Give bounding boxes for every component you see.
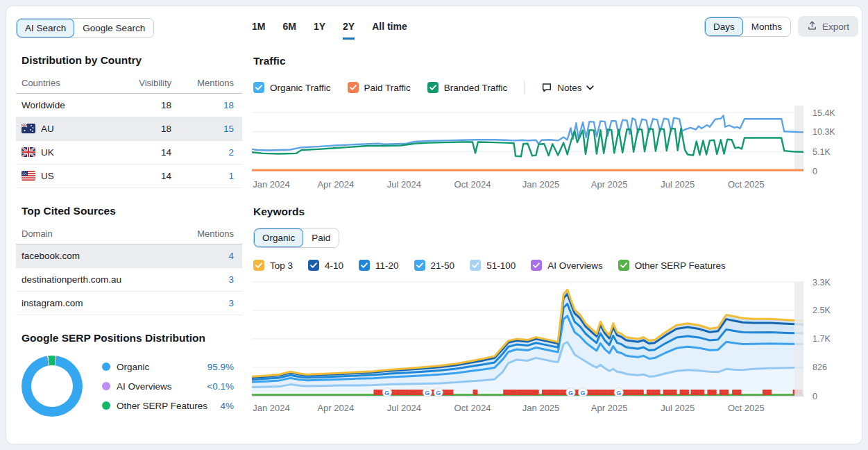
filter-branded-traffic[interactable]: Branded Traffic <box>427 82 507 93</box>
svg-text:826: 826 <box>812 362 827 372</box>
period-tab-1m[interactable]: 1M <box>252 21 265 40</box>
country-row-uk[interactable]: UK142 <box>16 141 242 165</box>
checkbox-checked-icon[interactable] <box>308 260 319 271</box>
svg-text:Apr 2025: Apr 2025 <box>591 179 628 190</box>
legend-value: <0.1% <box>207 381 234 392</box>
filter-51-100[interactable]: 51-100 <box>470 260 516 271</box>
country-label: Worldwide <box>16 94 123 117</box>
svg-text:Jan 2024: Jan 2024 <box>253 179 290 190</box>
search-source-toggle: AI SearchGoogle Search <box>16 18 154 38</box>
svg-text:Apr 2024: Apr 2024 <box>317 179 354 190</box>
period-tab-6m[interactable]: 6M <box>282 21 296 40</box>
checkbox-checked-icon[interactable] <box>427 82 439 93</box>
legend-label: AI Overviews <box>117 381 172 392</box>
svg-text:G: G <box>384 390 389 397</box>
checkbox-checked-icon[interactable] <box>253 82 264 93</box>
uk-flag-icon <box>22 147 35 157</box>
au-flag-icon <box>22 124 35 133</box>
col-countries: Countries <box>16 74 123 94</box>
dashboard-card: AI SearchGoogle Search Distribution by C… <box>6 6 862 444</box>
mentions-link[interactable]: 3 <box>180 292 242 315</box>
country-row-us[interactable]: US141 <box>16 165 242 188</box>
col-mentions: Mentions <box>180 74 242 94</box>
filter-label: 4-10 <box>325 260 343 271</box>
granularity-option-months[interactable]: Months <box>743 17 790 36</box>
svg-text:Jan 2025: Jan 2025 <box>522 179 560 190</box>
svg-text:Jan 2024: Jan 2024 <box>253 403 290 413</box>
svg-text:5.1K: 5.1K <box>812 147 831 157</box>
serp-legend-item-ai-overviews: AI Overviews<0.1% <box>102 376 234 396</box>
svg-text:Jul 2025: Jul 2025 <box>661 403 695 413</box>
checkbox-checked-icon[interactable] <box>414 260 425 271</box>
traffic-chart[interactable]: 15.4K10.3K5.1K0Jan 2024Apr 2024Jul 2024O… <box>252 101 858 194</box>
mentions-link[interactable]: 4 <box>180 244 242 268</box>
source-row-instagram-com[interactable]: instagram.com3 <box>16 292 242 315</box>
svg-text:G: G <box>580 390 585 397</box>
svg-text:15.4K: 15.4K <box>812 108 835 118</box>
us-flag-icon <box>22 171 35 181</box>
source-row-facebook-com[interactable]: facebook.com4 <box>16 244 242 268</box>
filter-21-50[interactable]: 21-50 <box>414 260 455 271</box>
checkbox-checked-icon[interactable] <box>531 260 542 271</box>
period-tab-1y[interactable]: 1Y <box>314 21 325 40</box>
filter-other-serp-features[interactable]: Other SERP Features <box>618 260 726 271</box>
source-option-ai-search[interactable]: AI Search <box>17 19 74 38</box>
svg-text:Oct 2025: Oct 2025 <box>728 179 765 190</box>
svg-text:Apr 2024: Apr 2024 <box>317 403 354 413</box>
mentions-link[interactable]: 1 <box>180 165 242 188</box>
checkbox-checked-icon[interactable] <box>359 260 370 271</box>
filter-11-20[interactable]: 11-20 <box>359 260 399 271</box>
keywords-filters: Top 34-1011-2021-5051-100AI OverviewsOth… <box>253 260 858 271</box>
serp-distribution-donut-chart[interactable] <box>22 356 83 417</box>
export-button[interactable]: Export <box>798 16 858 37</box>
checkbox-checked-icon[interactable] <box>618 260 629 271</box>
notes-dropdown[interactable]: Notes <box>541 82 594 93</box>
filter-4-10[interactable]: 4-10 <box>308 260 343 271</box>
filter-label: 21-50 <box>431 260 455 271</box>
col-domain: Domain <box>16 224 180 244</box>
granularity-toggle: DaysMonths <box>704 17 791 37</box>
period-tab-2y[interactable]: 2Y <box>343 21 355 40</box>
country-row-worldwide[interactable]: Worldwide1818 <box>16 94 242 117</box>
svg-text:2.5K: 2.5K <box>812 306 831 315</box>
mentions-link[interactable]: 15 <box>180 117 242 141</box>
mentions-link[interactable]: 18 <box>180 94 242 117</box>
legend-dot-icon <box>102 401 110 410</box>
country-distribution-title: Distribution by Country <box>22 54 234 67</box>
svg-text:1.7K: 1.7K <box>812 334 831 344</box>
col-mentions: Mentions <box>180 224 242 244</box>
serp-distribution-legend: Organic95.9%AI Overviews<0.1%Other SERP … <box>102 357 234 415</box>
period-tab-all-time[interactable]: All time <box>372 21 407 40</box>
source-row-destinationperth-com-au[interactable]: destinationperth.com.au3 <box>16 268 242 292</box>
keywords-type-organic[interactable]: Organic <box>254 228 303 247</box>
export-icon <box>807 20 817 33</box>
svg-text:Oct 2024: Oct 2024 <box>454 403 491 413</box>
checkbox-checked-icon[interactable] <box>253 260 264 271</box>
filter-label: Branded Traffic <box>444 83 507 93</box>
mentions-link[interactable]: 2 <box>180 141 242 165</box>
svg-text:0: 0 <box>812 167 817 176</box>
svg-text:10.3K: 10.3K <box>812 127 835 137</box>
legend-dot-icon <box>102 362 110 371</box>
filter-ai-overviews[interactable]: AI Overviews <box>531 260 603 271</box>
country-row-au[interactable]: AU1815 <box>16 117 242 141</box>
country-distribution-table: CountriesVisibilityMentionsWorldwide1818… <box>16 74 242 188</box>
mentions-link[interactable]: 3 <box>180 268 242 292</box>
granularity-option-days[interactable]: Days <box>705 17 743 36</box>
domain-label: destinationperth.com.au <box>16 268 180 292</box>
filter-label: 11-20 <box>375 260 399 271</box>
filter-label: 51-100 <box>486 260 516 271</box>
notes-label: Notes <box>557 83 581 93</box>
keywords-chart[interactable]: 3.3K2.5K1.7K8260GGGGGGJan 2024Apr 2024Ju… <box>252 278 858 421</box>
svg-text:Jul 2025: Jul 2025 <box>661 179 695 190</box>
checkbox-checked-icon[interactable] <box>470 260 481 271</box>
source-option-google-search[interactable]: Google Search <box>74 19 153 38</box>
filter-top-3[interactable]: Top 3 <box>253 260 293 271</box>
filter-paid-traffic[interactable]: Paid Traffic <box>348 82 411 93</box>
checkbox-checked-icon[interactable] <box>348 82 359 93</box>
svg-text:G: G <box>616 390 621 397</box>
notes-icon <box>541 82 552 93</box>
keywords-type-paid[interactable]: Paid <box>303 228 339 247</box>
svg-text:Jul 2024: Jul 2024 <box>387 403 421 413</box>
filter-organic-traffic[interactable]: Organic Traffic <box>253 82 331 93</box>
